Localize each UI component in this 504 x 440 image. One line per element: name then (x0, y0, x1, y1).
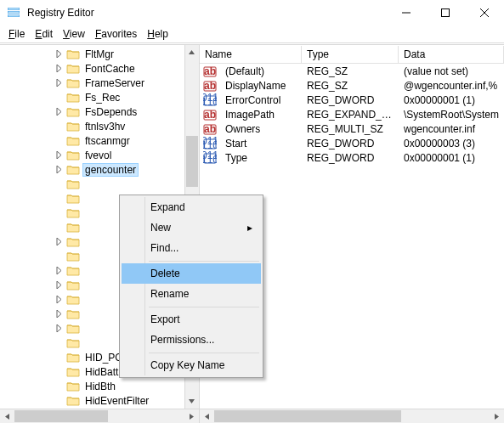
folder-icon (66, 164, 80, 176)
svg-line-9 (480, 8, 489, 17)
expand-collapse-icon[interactable] (53, 106, 65, 118)
menu-export[interactable]: Export (122, 309, 261, 330)
expand-collapse-icon[interactable] (53, 323, 65, 335)
string-value-icon: ab (203, 108, 217, 121)
scroll-thumb[interactable] (14, 410, 108, 422)
folder-icon (66, 222, 80, 234)
binary-value-icon: 011110 (203, 93, 217, 107)
menu-help[interactable]: Help (142, 26, 173, 42)
tree-item[interactable]: FltMgr (0, 47, 184, 61)
folder-icon (66, 193, 80, 205)
expand-collapse-icon[interactable] (53, 265, 65, 277)
close-button[interactable] (465, 0, 504, 25)
expand-collapse-icon[interactable] (53, 279, 65, 291)
scroll-track[interactable] (214, 409, 490, 423)
expand-collapse-icon[interactable] (53, 149, 65, 161)
column-header-data[interactable]: Data (399, 46, 504, 63)
list-item[interactable]: abOwnersREG_MULTI_SZwgencounter.inf (200, 121, 504, 136)
tree-twisty-empty (53, 337, 65, 349)
expand-collapse-icon[interactable] (53, 48, 65, 60)
svg-rect-7 (442, 8, 450, 16)
value-data: \SystemRoot\System (399, 109, 504, 121)
tree-item[interactable]: HidBth (0, 379, 184, 393)
tree-item-label: FltMgr (83, 48, 116, 60)
tree-item[interactable]: Fs_Rec (0, 90, 184, 104)
maximize-button[interactable] (426, 0, 465, 25)
tree-item-label: ftnlsv3hv (83, 121, 127, 133)
expand-collapse-icon[interactable] (53, 63, 65, 75)
menu-view[interactable]: View (58, 26, 90, 42)
svg-marker-17 (57, 267, 61, 274)
svg-marker-23 (189, 399, 195, 403)
svg-text:110: 110 (203, 139, 217, 150)
titlebar: Registry Editor (0, 0, 504, 25)
value-data: 0x00000001 (1) (399, 152, 504, 164)
scroll-up-button[interactable] (185, 45, 199, 59)
svg-marker-25 (190, 414, 194, 420)
menu-rename[interactable]: Rename (122, 284, 261, 304)
tree-item-label: FontCache (83, 63, 137, 75)
tree-item[interactable]: FsDepends (0, 104, 184, 119)
tree-item-label: HidBth (83, 381, 117, 392)
column-header-name[interactable]: Name (200, 46, 302, 63)
list-item[interactable]: 011110TypeREG_DWORD0x00000001 (1) (200, 150, 504, 165)
menu-copy-key-name[interactable]: Copy Key Name (122, 355, 261, 375)
expand-collapse-icon[interactable] (53, 77, 65, 89)
list-item[interactable]: 011110StartREG_DWORD0x00000003 (3) (200, 136, 504, 150)
expand-collapse-icon[interactable] (53, 308, 65, 320)
scroll-thumb[interactable] (214, 410, 401, 422)
tree-item[interactable] (0, 177, 184, 191)
tree-twisty-empty (53, 395, 65, 407)
tree-twisty-empty (53, 222, 65, 234)
svg-rect-4 (8, 11, 20, 13)
folder-icon (66, 77, 80, 89)
tree-item[interactable]: fvevol (0, 148, 184, 162)
expand-collapse-icon[interactable] (53, 236, 65, 248)
scroll-down-button[interactable] (185, 394, 199, 409)
tree-item-label: HidBatt (83, 366, 120, 378)
minimize-button[interactable] (387, 0, 426, 25)
tree-item[interactable]: FrameServer (0, 76, 184, 90)
scroll-left-button[interactable] (0, 409, 14, 423)
scroll-track[interactable] (14, 409, 184, 423)
list-item[interactable]: abDisplayNameREG_SZ@wgencounter.inf,% (200, 78, 504, 93)
scroll-right-button[interactable] (490, 409, 504, 423)
context-menu: Expand New▸ Find... Delete Rename Export… (119, 195, 263, 378)
menu-new[interactable]: New▸ (122, 217, 261, 238)
folder-icon (66, 366, 80, 378)
folder-icon (66, 337, 80, 349)
expand-collapse-icon[interactable] (53, 294, 65, 306)
tree-item[interactable]: ftscanmgr (0, 133, 184, 148)
menu-edit[interactable]: Edit (30, 26, 58, 42)
list-horizontal-scrollbar[interactable] (200, 409, 504, 423)
menu-expand[interactable]: Expand (122, 197, 261, 217)
list-item[interactable]: 011110ErrorControlREG_DWORD0x00000001 (1… (200, 93, 504, 107)
menu-find[interactable]: Find... (122, 238, 261, 258)
svg-marker-11 (57, 65, 61, 72)
menu-file[interactable]: File (3, 26, 30, 42)
tree-item[interactable]: ftnlsv3hv (0, 119, 184, 133)
column-header-type[interactable]: Type (302, 46, 399, 63)
tree-horizontal-scrollbar[interactable] (0, 409, 199, 423)
value-name: Start (220, 138, 302, 149)
svg-marker-12 (57, 79, 61, 87)
folder-icon (66, 265, 80, 277)
menu-delete[interactable]: Delete (122, 263, 261, 284)
folder-icon (66, 178, 80, 190)
menu-favorites[interactable]: Favorites (90, 26, 142, 42)
value-name: Owners (220, 123, 302, 135)
expand-collapse-icon[interactable] (53, 164, 65, 176)
string-value-icon: ab (203, 79, 217, 93)
tree-item-label: Fs_Rec (83, 92, 122, 104)
tree-item[interactable]: gencounter (0, 162, 184, 177)
folder-icon (66, 352, 80, 364)
scroll-left-button[interactable] (200, 409, 214, 423)
scroll-thumb[interactable] (186, 136, 198, 187)
svg-line-8 (480, 8, 489, 17)
list-item[interactable]: ab(Default)REG_SZ(value not set) (200, 64, 504, 78)
menu-permissions[interactable]: Permissions... (122, 330, 261, 350)
list-item[interactable]: abImagePathREG_EXPAND_SZ\SystemRoot\Syst… (200, 107, 504, 121)
tree-item[interactable]: HidEventFilter (0, 393, 184, 408)
tree-item[interactable]: FontCache (0, 61, 184, 76)
scroll-right-button[interactable] (184, 409, 199, 423)
